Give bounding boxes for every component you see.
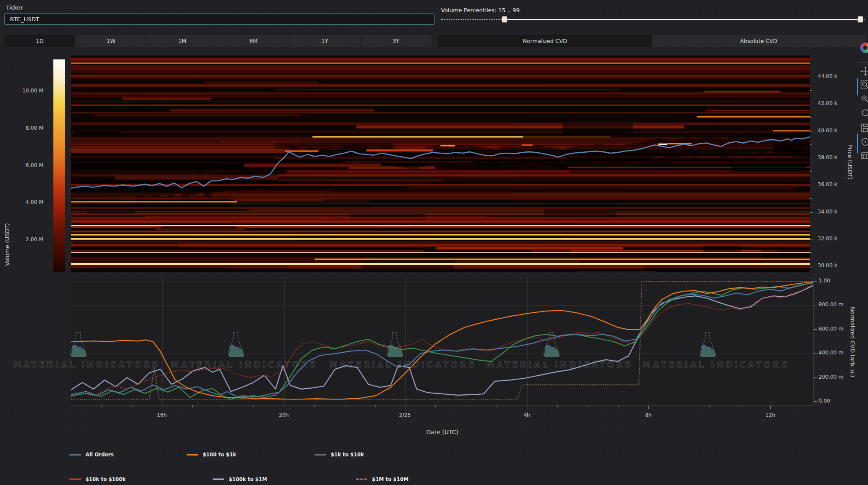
price-tick bbox=[810, 266, 813, 266]
legend-swatch bbox=[213, 478, 224, 480]
date-minor-tick bbox=[375, 406, 376, 407]
cvd-y-tick-label: 800.00 m bbox=[819, 301, 844, 308]
toolbar-separator bbox=[858, 62, 868, 63]
price-tick-label: 30.00 k bbox=[818, 262, 837, 269]
box-zoom-icon[interactable] bbox=[860, 80, 868, 91]
cvd-line--10k-to-100k bbox=[71, 283, 813, 397]
legend-item-all-orders[interactable]: All Orders bbox=[69, 451, 114, 458]
date-minor-tick bbox=[192, 406, 193, 407]
date-minor-tick bbox=[101, 406, 102, 407]
crosshair-icon[interactable] bbox=[860, 151, 868, 162]
volume-tick-label: 6.00 M bbox=[16, 162, 43, 168]
cvd-y-tick-label: 0.00 bbox=[819, 398, 830, 404]
reset-icon[interactable] bbox=[860, 108, 868, 119]
pan-icon[interactable] bbox=[860, 66, 868, 77]
price-tick-label: 42.00 k bbox=[818, 100, 837, 106]
legend-label: $1k to $10k bbox=[331, 452, 364, 458]
tab-timeframe-1m[interactable]: 1M bbox=[147, 35, 218, 47]
cvd-y-tick-label: 600.00 m bbox=[819, 326, 844, 332]
price-minor-tick bbox=[810, 144, 812, 145]
date-major-tick bbox=[527, 406, 527, 409]
date-axis-title: Date (UTC) bbox=[410, 429, 475, 436]
cvd-line--1m-to-10m bbox=[71, 282, 813, 400]
date-minor-tick bbox=[801, 406, 801, 407]
legend-item--1m-to-10m[interactable]: $1M to $10M bbox=[356, 476, 408, 483]
legend-item--100-to-1k[interactable]: $100 to $1k bbox=[187, 451, 236, 458]
date-minor-tick bbox=[709, 406, 710, 407]
volume-tick-label: 10.00 M bbox=[16, 88, 43, 94]
bokeh-logo[interactable] bbox=[860, 43, 868, 53]
cvd-y-tick-label: 1.00 bbox=[819, 278, 830, 284]
price-tick bbox=[810, 77, 813, 77]
legend-label: $100k to $1M bbox=[229, 476, 267, 482]
legend-item--10k-to-100k[interactable]: $10k to $100k bbox=[69, 476, 126, 483]
date-major-tick bbox=[405, 406, 405, 409]
tab-timeframe-1d[interactable]: 1D bbox=[4, 35, 76, 47]
price-minor-tick bbox=[810, 90, 812, 91]
price-minor-tick bbox=[810, 252, 812, 253]
tab-normalized-cvd[interactable]: Normalized CVD bbox=[438, 35, 652, 47]
volume-colorbar bbox=[53, 59, 65, 272]
volume-percentiles-slider-range[interactable] bbox=[504, 19, 860, 20]
legend-label: All Orders bbox=[85, 452, 114, 458]
wheel-zoom-icon[interactable] bbox=[860, 94, 868, 105]
cvd-y-tick bbox=[814, 401, 817, 402]
cvd-y-axis-title: Normalized CVD (arb. u.) bbox=[849, 295, 856, 390]
price-tick-label: 34.00 k bbox=[818, 209, 837, 215]
date-tick-label: 16h bbox=[149, 412, 175, 418]
price-tick bbox=[810, 239, 813, 239]
legend-label: $100 to $1k bbox=[203, 452, 236, 458]
date-major-tick bbox=[770, 406, 771, 409]
cvd-y-tick bbox=[814, 353, 817, 354]
legend-item--100k-to-1m[interactable]: $100k to $1M bbox=[213, 476, 267, 483]
tab-absolute-cvd[interactable]: Absolute CVD bbox=[652, 35, 866, 47]
cvd-chart[interactable]: MATERIAL INDICATORSMATERIAL INDICATORSMA… bbox=[71, 278, 814, 406]
price-tick bbox=[810, 185, 813, 185]
date-tick-label: 20h bbox=[271, 412, 297, 418]
date-minor-tick bbox=[223, 406, 223, 407]
date-minor-tick bbox=[496, 406, 497, 407]
cvd-line--100-to-1k bbox=[71, 282, 813, 400]
tab-timeframe-1w[interactable]: 1W bbox=[76, 35, 147, 47]
orderbook-heatmap[interactable] bbox=[71, 56, 810, 272]
price-tick-label: 36.00 k bbox=[818, 181, 837, 187]
cvd-line--100k-to-1m bbox=[71, 285, 813, 395]
date-minor-tick bbox=[435, 406, 436, 407]
tab-timeframe-3y[interactable]: 3Y bbox=[361, 35, 432, 47]
date-minor-tick bbox=[132, 406, 132, 407]
legend-swatch bbox=[69, 454, 81, 456]
tab-timeframe-1y[interactable]: 1Y bbox=[289, 35, 361, 47]
legend-label: $10k to $100k bbox=[85, 476, 126, 482]
volume-percentiles-low-handle[interactable] bbox=[502, 16, 507, 23]
hover-icon[interactable] bbox=[860, 137, 868, 148]
price-minor-tick bbox=[810, 171, 812, 172]
price-tick bbox=[810, 104, 813, 104]
date-minor-tick bbox=[345, 406, 345, 407]
date-minor-tick bbox=[618, 406, 619, 407]
firecharts-dashboard: Ticker Volume Percentiles: 15 .. 99 1D1W… bbox=[0, 0, 868, 485]
date-tick-label: 12h bbox=[757, 412, 783, 418]
cvd-y-tick bbox=[814, 281, 817, 282]
legend-swatch bbox=[315, 454, 326, 456]
cvd-line--1k-to-10k bbox=[71, 283, 813, 400]
date-major-tick bbox=[162, 406, 162, 409]
date-minor-tick bbox=[740, 406, 740, 407]
tab-timeframe-6m[interactable]: 6M bbox=[218, 35, 289, 47]
date-tick-label: 2/25 bbox=[392, 412, 418, 418]
date-minor-tick bbox=[588, 406, 588, 407]
legend-swatch bbox=[187, 454, 198, 456]
volume-percentiles-high-handle[interactable] bbox=[858, 16, 863, 23]
save-icon[interactable] bbox=[860, 123, 868, 134]
volume-tick-label: 8.00 M bbox=[16, 125, 43, 131]
price-tick-label: 40.00 k bbox=[818, 128, 837, 134]
cvd-y-tick bbox=[814, 329, 817, 330]
cvd-y-tick-label: 400.00 m bbox=[819, 350, 844, 356]
ticker-input[interactable] bbox=[4, 13, 435, 25]
cvd-lines bbox=[71, 278, 813, 405]
legend-item--1k-to-10k[interactable]: $1k to $10k bbox=[315, 451, 364, 458]
cvd-y-tick-label: 200.00 m bbox=[819, 374, 844, 380]
toolbar-separator bbox=[858, 120, 868, 120]
price-minor-tick bbox=[810, 198, 812, 199]
cvd-mode-tabs: Normalized CVDAbsolute CVD bbox=[438, 35, 866, 47]
legend-label: $1M to $10M bbox=[372, 476, 408, 482]
